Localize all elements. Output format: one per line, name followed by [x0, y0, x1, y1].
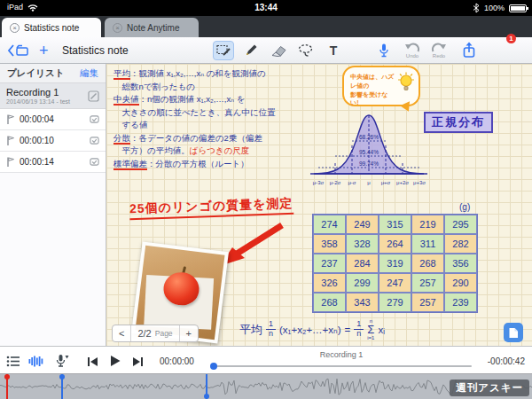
- normal-distribution-curve: 68.26% 95.44% 99.74% μ-3σ μ-2σ μ-σ μ μ+σ…: [309, 105, 429, 198]
- table-cell: 343: [346, 293, 379, 312]
- playlist-title: プレイリスト: [7, 67, 64, 80]
- table-cell: 257: [411, 293, 444, 312]
- table-cell: 249: [346, 215, 379, 234]
- recording-item[interactable]: Recording 1 2014/06/19 13:14 - test: [0, 83, 106, 109]
- record-marker-icon[interactable]: [55, 354, 69, 369]
- table-cell: 282: [444, 234, 477, 254]
- recording-edit-icon: [88, 90, 99, 102]
- mean-formula: 平均 1 n (x₁+x₂+…+xₙ) = 1 n n Σ i=1 xᵢ: [239, 318, 385, 340]
- pct-3sigma-label: 99.74%: [359, 160, 379, 167]
- table-cell: 315: [379, 215, 411, 234]
- axis-label: μ: [367, 180, 371, 185]
- page-navigation: < 2/2 Page +: [112, 325, 199, 342]
- table-cell: 264: [379, 234, 411, 254]
- playlist-icon[interactable]: [6, 356, 20, 367]
- marker-time: 00:00:10: [20, 136, 85, 145]
- tab-statistics-note[interactable]: × Statistics note: [2, 18, 101, 37]
- table-cell: 239: [444, 293, 477, 312]
- elapsed-time: 00:00:00: [160, 356, 194, 366]
- table-cell: 279: [379, 293, 411, 312]
- axis-label: μ-2σ: [330, 180, 341, 185]
- red-arrow: [216, 220, 291, 271]
- marker-edit-icon: [90, 136, 99, 145]
- axis-label: μ+3σ: [413, 180, 426, 185]
- recording-subtitle: 2014/06/19 13:14 - test: [6, 98, 84, 105]
- table-cell: 295: [444, 215, 477, 234]
- fraction-1-over-n: 1 n: [354, 320, 364, 339]
- tab-strip: × Statistics note × Note Anytime: [0, 16, 532, 37]
- axis-label: μ+2σ: [396, 180, 409, 185]
- battery-percent: 100%: [484, 4, 505, 12]
- speech-bubble: 中央値は、ハズレ値の 影響を受けない!: [342, 66, 420, 106]
- page-curl-icon: [508, 327, 519, 339]
- timeline-marker-blue[interactable]: [61, 374, 63, 399]
- bluetooth-icon: [473, 3, 480, 13]
- progress-knob[interactable]: [210, 363, 217, 370]
- formula-xi: xᵢ: [378, 325, 385, 335]
- timeline-playhead[interactable]: [206, 374, 207, 399]
- pct-2sigma-label: 95.44%: [359, 149, 379, 155]
- axis-label: μ+σ: [381, 180, 391, 185]
- playlist-sidebar: プレイリスト 編集 Recording 1 2014/06/19 13:14 -…: [0, 64, 106, 346]
- red-annotation: 25個のリンゴの質量を測定: [129, 196, 293, 220]
- edit-button[interactable]: 編集: [80, 67, 98, 80]
- table-cell: 284: [346, 254, 379, 273]
- battery-icon: [509, 4, 527, 12]
- table-cell: 326: [313, 273, 346, 293]
- table-cell: 237: [313, 254, 346, 273]
- table-cell: 268: [313, 293, 346, 312]
- waveform-timeline[interactable]: 週刊アスキー: [0, 374, 532, 399]
- marker-edit-icon: [90, 157, 99, 167]
- table-cell: 356: [444, 254, 477, 273]
- clock: 13:44: [0, 3, 532, 12]
- fraction-1-over-n: 1 n: [266, 320, 276, 339]
- table-unit-label: (g): [459, 202, 470, 212]
- table-cell: 257: [411, 273, 444, 293]
- table-cell: 299: [346, 273, 379, 293]
- remaining-time: -00:00:42: [488, 356, 525, 366]
- tab-label: Note Anytime: [127, 23, 179, 33]
- marker-list: 00:00:0400:00:1000:00:14: [0, 109, 106, 173]
- lightbulb-icon: [396, 72, 416, 95]
- table-cell: 311: [411, 234, 444, 254]
- toolbar: + Statistics note: [0, 37, 532, 64]
- table-cell: 268: [411, 254, 444, 273]
- marker-row[interactable]: 00:00:10: [0, 130, 106, 152]
- marker-edit-icon: [90, 114, 99, 124]
- play-button[interactable]: [110, 355, 121, 367]
- track-name: Recording 1: [211, 350, 472, 359]
- note-canvas[interactable]: 平均：観測値 x₁,x₂,…,xₙ の和を観測値の 総数nで割ったもの中央値：n…: [106, 64, 532, 346]
- app-screen: iPad 13:44 100% × Statistics note × Note…: [0, 0, 532, 399]
- page-curl-button[interactable]: [504, 323, 523, 342]
- pct-1sigma-label: 68.26%: [359, 134, 379, 140]
- marker-time: 00:00:04: [20, 114, 85, 124]
- tab-close-icon[interactable]: ×: [113, 23, 122, 33]
- marker-row[interactable]: 00:00:14: [0, 152, 106, 173]
- flag-icon: [6, 135, 15, 146]
- table-cell: 319: [379, 254, 411, 273]
- recording-title: Recording 1: [6, 87, 84, 98]
- timeline-marker-red[interactable]: [6, 374, 8, 399]
- formula-body: (x₁+x₂+…+xₙ): [279, 324, 340, 336]
- progress-track[interactable]: [211, 365, 472, 367]
- bubble-text-line1: 中央値は、ハズレ値の: [350, 73, 395, 90]
- flag-icon: [6, 156, 15, 168]
- status-bar: iPad 13:44 100%: [0, 0, 532, 16]
- marker-row[interactable]: 00:00:04: [0, 109, 106, 130]
- notification-badge: 1: [506, 34, 516, 43]
- add-page-button[interactable]: +: [180, 325, 198, 341]
- skip-forward-button[interactable]: [132, 356, 144, 367]
- prev-page-button[interactable]: <: [113, 325, 130, 341]
- tab-label: Statistics note: [24, 23, 79, 33]
- skip-back-button[interactable]: [87, 356, 98, 367]
- formula-label: 平均: [239, 322, 262, 338]
- page-indicator: 2/2 Page: [130, 325, 179, 341]
- tab-note-anytime[interactable]: × Note Anytime: [105, 18, 199, 37]
- formula-equals: =: [345, 325, 351, 335]
- waveform-view-icon[interactable]: [28, 356, 43, 367]
- table-cell: 358: [313, 234, 346, 254]
- flag-icon: [6, 113, 15, 125]
- sigma-sum: n Σ i=1: [367, 318, 374, 340]
- tab-close-icon[interactable]: ×: [10, 23, 20, 33]
- marker-time: 00:00:14: [20, 157, 85, 167]
